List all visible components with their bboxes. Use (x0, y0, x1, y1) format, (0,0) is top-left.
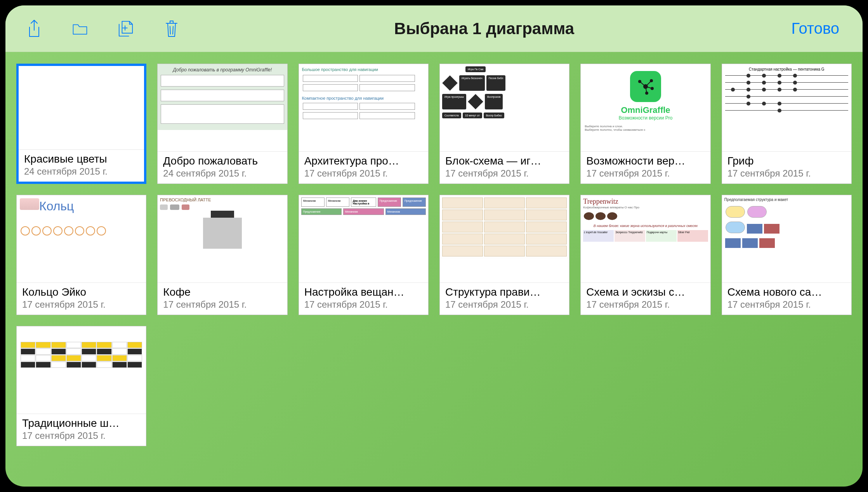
document-date: 17 сентября 2015 г. (445, 168, 564, 179)
document-info: Традиционные ш…17 сентября 2015 г. (17, 414, 146, 446)
document-info: Кольцо Эйко17 сентября 2015 г. (17, 282, 146, 315)
document-title: Кофе (163, 286, 281, 298)
document-title: Традиционные ш… (22, 417, 141, 430)
document-date: 17 сентября 2015 г. (727, 168, 846, 179)
document-grid: Красивые цветы24 сентября 2015 г.Добро п… (16, 64, 852, 446)
document-title: Схема и эскизы с… (586, 286, 705, 298)
duplicate-button[interactable] (116, 19, 135, 38)
document-preview (17, 326, 146, 414)
document-card[interactable]: Традиционные ш…17 сентября 2015 г. (16, 326, 146, 446)
app-frame: Выбрана 1 диаграмма Готово Красивые цвет… (0, 0, 868, 492)
duplicate-icon (118, 19, 134, 38)
page-title: Выбрана 1 диаграмма (181, 19, 787, 38)
document-card[interactable]: МеханизмМеханизмДва коммеНастройка вПред… (299, 195, 429, 315)
document-preview: Игра Пк СмкИграть бесконечПесня библИгра… (440, 64, 569, 151)
svg-line-5 (640, 81, 646, 87)
document-preview: Добро пожаловать в программу OmniGraffle… (158, 64, 287, 151)
document-info: Структура прави…17 сентября 2015 г. (440, 282, 569, 315)
document-date: 17 сентября 2015 г. (445, 299, 564, 310)
document-preview: Большое пространство для навигацииКомпак… (299, 64, 428, 151)
document-card[interactable]: Большое пространство для навигацииКомпак… (299, 64, 429, 184)
folder-icon (72, 19, 88, 38)
folder-button[interactable] (71, 19, 89, 38)
document-title: Структура прави… (445, 286, 564, 298)
document-date: 17 сентября 2015 г. (22, 430, 141, 441)
document-date: 17 сентября 2015 г. (586, 168, 705, 179)
svg-line-6 (646, 81, 651, 87)
share-icon (26, 19, 42, 38)
document-card[interactable]: OmniGraffleВозможности версии ProВыберит… (580, 64, 710, 184)
document-info: Добро пожаловать24 сентября 2015 г. (158, 151, 287, 184)
document-title: Архитектура про… (304, 155, 423, 167)
document-info: Гриф17 сентября 2015 г. (722, 151, 851, 184)
document-info: Кофе17 сентября 2015 г. (158, 282, 287, 315)
document-card[interactable]: Добро пожаловать в программу OmniGraffle… (157, 64, 287, 184)
document-preview (440, 195, 569, 282)
document-card[interactable]: TreppenwitzКофеобжарочные аппараты О нас… (580, 195, 710, 315)
trash-icon (163, 19, 180, 38)
document-card[interactable]: Игра Пк СмкИграть бесконечПесня библИгра… (439, 64, 569, 184)
document-card[interactable]: Красивые цветы24 сентября 2015 г. (16, 64, 146, 184)
document-preview: Предполагаемая структура и макет (722, 195, 851, 282)
document-info: Схема нового са…17 сентября 2015 г. (722, 282, 851, 315)
document-title: Гриф (727, 155, 846, 167)
document-title: Схема нового са… (727, 286, 846, 298)
document-card[interactable]: ПРЕВОСХОДНЫЙ ЛАТТЕКофе17 сентября 2015 г… (157, 195, 287, 315)
document-date: 17 сентября 2015 г. (304, 299, 423, 310)
document-preview: Стандартная настройка — пентатоника G (722, 64, 851, 151)
document-info: Блок-схема — иг…17 сентября 2015 г. (440, 151, 569, 184)
document-info: Схема и эскизы с…17 сентября 2015 г. (581, 282, 710, 315)
document-title: Блок-схема — иг… (445, 155, 564, 167)
document-card[interactable]: Стандартная настройка — пентатоника GГри… (722, 64, 852, 184)
document-title: Возможности вер… (586, 155, 705, 167)
toolbar-left (25, 19, 181, 38)
inner-frame: Выбрана 1 диаграмма Готово Красивые цвет… (5, 5, 863, 487)
toolbar: Выбрана 1 диаграмма Готово (5, 5, 863, 52)
document-date: 24 сентября 2015 г. (24, 166, 139, 177)
document-card[interactable]: Предполагаемая структура и макетСхема но… (722, 195, 852, 315)
document-title: Кольцо Эйко (22, 286, 141, 298)
document-date: 24 сентября 2015 г. (163, 168, 281, 179)
document-preview (19, 66, 144, 149)
content-area: Красивые цветы24 сентября 2015 г.Добро п… (5, 52, 863, 487)
document-info: Возможности вер…17 сентября 2015 г. (581, 151, 710, 184)
delete-button[interactable] (162, 19, 181, 38)
document-info: Архитектура про…17 сентября 2015 г. (299, 151, 428, 184)
document-preview: OmniGraffleВозможности версии ProВыберит… (581, 64, 710, 151)
document-date: 17 сентября 2015 г. (586, 299, 705, 310)
document-preview: ПРЕВОСХОДНЫЙ ЛАТТЕ (158, 195, 287, 282)
document-info: Настройка вещан…17 сентября 2015 г. (299, 282, 428, 315)
document-preview: МеханизмМеханизмДва коммеНастройка вПред… (299, 195, 428, 282)
share-button[interactable] (25, 19, 43, 38)
document-info: Красивые цветы24 сентября 2015 г. (19, 149, 144, 182)
document-date: 17 сентября 2015 г. (163, 299, 281, 310)
document-date: 17 сентября 2015 г. (22, 299, 141, 310)
document-preview: Кольц (17, 195, 146, 282)
document-date: 17 сентября 2015 г. (304, 168, 423, 179)
document-title: Настройка вещан… (304, 286, 423, 298)
document-card[interactable]: Структура прави…17 сентября 2015 г. (439, 195, 569, 315)
document-date: 17 сентября 2015 г. (727, 299, 846, 310)
document-title: Добро пожаловать (163, 155, 281, 167)
document-preview: TreppenwitzКофеобжарочные аппараты О нас… (581, 195, 710, 282)
done-button[interactable]: Готово (787, 20, 843, 37)
document-card[interactable]: КольцКольцо Эйко17 сентября 2015 г. (16, 195, 146, 315)
document-title: Красивые цветы (24, 153, 139, 165)
